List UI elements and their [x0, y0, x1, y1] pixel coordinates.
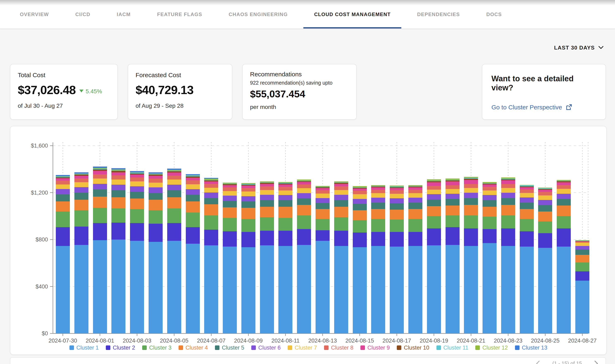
legend-item-cluster-6[interactable]: Cluster 6 [251, 345, 281, 351]
chart-bar-segment[interactable] [408, 203, 422, 209]
chart-bar-segment[interactable] [427, 216, 441, 228]
chart-bar-segment[interactable] [260, 231, 274, 245]
chart-bar-segment[interactable] [464, 184, 478, 188]
legend-item-cluster-10[interactable]: Cluster 10 [397, 345, 429, 351]
chart-bar-segment[interactable] [501, 188, 515, 193]
chart-bar-segment[interactable] [353, 204, 367, 210]
chart-bar-segment[interactable] [167, 180, 181, 185]
chart-bar-segment[interactable] [260, 184, 274, 186]
chart-bar-segment[interactable] [167, 241, 181, 333]
chart-bar-segment[interactable] [278, 183, 293, 183]
chart-bar-segment[interactable] [74, 172, 88, 174]
chart-bar-segment[interactable] [316, 187, 330, 188]
chart-bar-segment[interactable] [464, 188, 478, 193]
legend-item-cluster-4[interactable]: Cluster 4 [179, 345, 208, 351]
chart-bar-segment[interactable] [112, 197, 126, 208]
chart-bar-segment[interactable] [204, 184, 218, 188]
chart-bar-segment[interactable] [427, 186, 441, 190]
chart-bar-segment[interactable] [520, 197, 534, 203]
tab-overview[interactable]: OVERVIEW [9, 0, 59, 28]
chart-bar-segment[interactable] [408, 186, 422, 187]
chart-bar-segment[interactable] [353, 210, 367, 220]
chart-bar-segment[interactable] [278, 207, 293, 218]
chart-bar-segment[interactable] [446, 189, 460, 194]
chart-bar-segment[interactable] [446, 215, 460, 227]
chart-bar-segment[interactable] [575, 271, 589, 281]
chart-bar-segment[interactable] [241, 232, 255, 247]
chart-bar-segment[interactable] [278, 218, 293, 231]
chart-bar-segment[interactable] [483, 183, 497, 184]
chart-bar-segment[interactable] [93, 189, 107, 197]
chart-bar-segment[interactable] [390, 185, 404, 187]
chart-bar-segment[interactable] [538, 192, 552, 195]
chart-bar-segment[interactable] [149, 174, 163, 174]
chart-bar-segment[interactable] [501, 179, 515, 179]
chart-bar-segment[interactable] [112, 190, 126, 197]
chart-bar-segment[interactable] [56, 176, 70, 177]
chart-bar-segment[interactable] [334, 182, 348, 183]
chart-bar-segment[interactable] [223, 207, 237, 218]
chart-bar-segment[interactable] [334, 217, 348, 231]
chart-bar-segment[interactable] [334, 200, 348, 207]
chart-bar-segment[interactable] [538, 205, 552, 211]
chart-bar-segment[interactable] [93, 197, 107, 208]
chart-bar-segment[interactable] [538, 190, 552, 192]
chart-bar-segment[interactable] [427, 179, 441, 181]
chart-bar-segment[interactable] [223, 247, 237, 333]
chart-bar-segment[interactable] [130, 171, 144, 172]
chart-bar-segment[interactable] [130, 172, 144, 173]
chart-bar-segment[interactable] [260, 181, 274, 182]
chart-bar-segment[interactable] [74, 187, 88, 193]
chart-bar-segment[interactable] [260, 245, 274, 333]
chart-bar-segment[interactable] [520, 187, 534, 189]
chart-bar-segment[interactable] [56, 177, 70, 177]
chart-bar-segment[interactable] [130, 177, 144, 181]
chart-bar-segment[interactable] [260, 217, 274, 231]
chart-bar-segment[interactable] [74, 174, 88, 175]
chart-bar-segment[interactable] [167, 190, 181, 197]
chart-bar-segment[interactable] [464, 193, 478, 198]
chart-bar-segment[interactable] [575, 241, 589, 242]
chart-bar-segment[interactable] [241, 192, 255, 196]
chart-bar-segment[interactable] [538, 200, 552, 205]
chart-bar-segment[interactable] [167, 172, 181, 176]
chart-bar-segment[interactable] [241, 247, 255, 333]
chart-bar-segment[interactable] [149, 183, 163, 188]
chart-bar-segment[interactable] [538, 188, 552, 189]
chart-bar-segment[interactable] [278, 187, 293, 190]
chart-bar-segment[interactable] [557, 181, 571, 182]
chart-bar-segment[interactable] [186, 201, 200, 213]
chart-bar-segment[interactable] [353, 189, 367, 191]
chart-bar-segment[interactable] [483, 187, 497, 190]
chart-bar-segment[interactable] [56, 184, 70, 189]
tab-feature-flags[interactable]: FEATURE FLAGS [146, 0, 213, 28]
chart-bar-segment[interactable] [446, 181, 460, 185]
chart-bar-segment[interactable] [501, 180, 515, 184]
chart-bar-segment[interactable] [74, 210, 88, 227]
chart-bar-segment[interactable] [464, 205, 478, 215]
chart-bar-segment[interactable] [520, 203, 534, 209]
chart-bar-segment[interactable] [501, 193, 515, 198]
chart-bar-segment[interactable] [297, 193, 311, 198]
chart-bar-segment[interactable] [56, 181, 70, 184]
chart-bar-segment[interactable] [446, 180, 460, 181]
chart-bar-segment[interactable] [241, 188, 255, 192]
chart-bar-segment[interactable] [56, 211, 70, 227]
chart-bar-segment[interactable] [371, 190, 385, 193]
chart-bar-segment[interactable] [538, 211, 552, 221]
chart-bar-segment[interactable] [74, 175, 88, 176]
chart-bar-segment[interactable] [520, 247, 534, 333]
chart-bar-segment[interactable] [316, 230, 330, 241]
legend-item-cluster-1[interactable]: Cluster 1 [70, 345, 99, 351]
chart-bar-segment[interactable] [371, 246, 385, 333]
chart-bar-segment[interactable] [278, 184, 293, 187]
chart-bar-segment[interactable] [56, 201, 70, 211]
chart-bar-segment[interactable] [204, 230, 218, 246]
chart-bar-segment[interactable] [427, 182, 441, 186]
chart-bar-segment[interactable] [464, 177, 478, 178]
chart-bar-segment[interactable] [56, 175, 70, 176]
chart-bar-segment[interactable] [316, 241, 330, 333]
chart-bar-segment[interactable] [557, 181, 571, 181]
chart-bar-segment[interactable] [520, 185, 534, 186]
chart-bar-segment[interactable] [186, 180, 200, 184]
